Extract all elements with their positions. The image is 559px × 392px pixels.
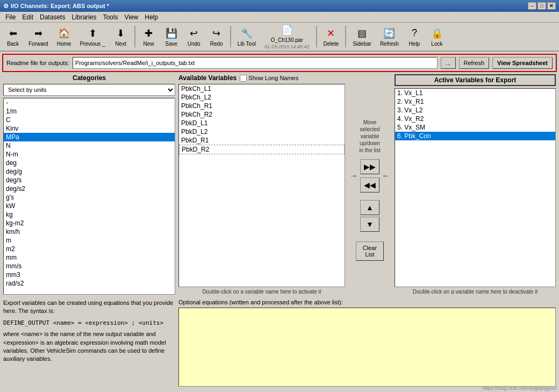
list-item[interactable]: PbkCh_L1 bbox=[179, 84, 345, 93]
menu-datasets[interactable]: Datasets bbox=[37, 12, 68, 22]
separator-2 bbox=[230, 26, 231, 47]
bottom-left-text: Export variables can be created using eq… bbox=[3, 299, 175, 387]
new-icon: ✚ bbox=[142, 27, 155, 40]
clear-list-button[interactable]: Clear List bbox=[356, 241, 384, 261]
select-by-units-dropdown[interactable]: Select by units bbox=[3, 84, 175, 96]
list-item[interactable]: rad/s2 bbox=[4, 279, 175, 288]
show-long-names-label[interactable]: Show Long Names bbox=[240, 75, 298, 82]
list-item[interactable]: C bbox=[4, 116, 175, 124]
menu-libraries[interactable]: Libraries bbox=[68, 12, 99, 22]
save-button[interactable]: 💾 Save bbox=[161, 24, 182, 49]
menu-help[interactable]: Help bbox=[141, 12, 161, 22]
move-left-button[interactable]: ◀◀ bbox=[360, 177, 379, 193]
available-variables-list[interactable]: PbkCh_L1 PbkCh_L2 PbkCh_R1 PbkCh_R2 PbkD… bbox=[178, 84, 345, 287]
list-item[interactable]: kW bbox=[4, 202, 175, 210]
list-item[interactable]: - bbox=[4, 98, 175, 107]
view-spreadsheet-button[interactable]: View Spreadsheet bbox=[492, 57, 553, 69]
minimize-button[interactable]: ─ bbox=[528, 2, 536, 10]
list-item-selected-dashed[interactable]: PbkD_R2 bbox=[179, 145, 345, 154]
active-list-item-selected[interactable]: 6. Pbk_Con bbox=[395, 132, 555, 140]
categories-list[interactable]: - 1/m C Kinv MPa N N-m deg deg/g deg/s d… bbox=[3, 98, 175, 295]
active-variables-hint: Double-click on a variable name here to … bbox=[395, 289, 556, 295]
move-label: Moveselectedvariableup/downin the list bbox=[359, 119, 380, 154]
equations-textarea[interactable] bbox=[178, 308, 556, 387]
active-list-item[interactable]: 2. Vx_R1 bbox=[395, 97, 555, 106]
readme-path-input[interactable] bbox=[73, 57, 438, 69]
list-item[interactable]: PbkD_R1 bbox=[179, 136, 345, 145]
categories-column: Categories Select by units - 1/m C Kinv … bbox=[3, 74, 175, 295]
move-right-button[interactable]: ▶▶ bbox=[360, 159, 379, 174]
home-icon: 🏠 bbox=[58, 27, 70, 40]
available-variables-header: Available Variables bbox=[178, 74, 236, 82]
list-item[interactable]: PbkD_L2 bbox=[179, 127, 345, 136]
move-up-button[interactable]: ▲ bbox=[360, 200, 379, 215]
home-button[interactable]: 🏠 Home bbox=[53, 24, 75, 49]
list-item[interactable]: PbkCh_L2 bbox=[179, 93, 345, 102]
refresh-button[interactable]: 🔄 Refresh bbox=[376, 24, 403, 49]
maximize-button[interactable]: □ bbox=[538, 2, 546, 10]
list-item[interactable]: MPa bbox=[4, 133, 175, 141]
list-item[interactable]: mm/s bbox=[4, 262, 175, 270]
list-item[interactable]: mm3 bbox=[4, 270, 175, 279]
help-button[interactable]: ? Help bbox=[404, 24, 425, 49]
move-down-button[interactable]: ▼ bbox=[360, 217, 379, 232]
parsfile-button[interactable]: 📄 O_Ch130.par 01-23-2010 14:45:42 bbox=[261, 24, 313, 49]
active-list-item[interactable]: 5. Vx_SM bbox=[395, 123, 555, 132]
list-item[interactable]: PbkCh_R2 bbox=[179, 110, 345, 119]
redo-icon: ↪ bbox=[210, 27, 223, 40]
red-arrow-left-indicator: ← bbox=[382, 171, 390, 181]
list-item[interactable]: km/h bbox=[4, 227, 175, 236]
list-item[interactable]: m bbox=[4, 236, 175, 245]
menu-tools[interactable]: Tools bbox=[99, 12, 121, 22]
forward-button[interactable]: ➡ Forward bbox=[25, 24, 52, 49]
active-list-item[interactable]: 3. Vx_L2 bbox=[395, 106, 555, 115]
menu-view[interactable]: View bbox=[121, 12, 141, 22]
list-item[interactable]: kg-m2 bbox=[4, 219, 175, 227]
close-button[interactable]: ✕ bbox=[547, 2, 556, 10]
menu-edit[interactable]: Edit bbox=[19, 12, 37, 22]
equations-label: Optional equations (written and processe… bbox=[178, 299, 556, 305]
list-item[interactable]: deg bbox=[4, 159, 175, 167]
list-item[interactable]: m2 bbox=[4, 245, 175, 253]
separator-4 bbox=[345, 26, 346, 47]
list-item[interactable]: g's bbox=[4, 193, 175, 202]
list-item[interactable]: kg bbox=[4, 210, 175, 219]
active-variables-column: Active Variables for Export 1. Vx_L1 2. … bbox=[395, 74, 556, 295]
show-long-names-checkbox[interactable] bbox=[240, 75, 247, 82]
list-item[interactable]: PbkCh_R1 bbox=[179, 102, 345, 110]
available-variables-column: Available Variables Show Long Names PbkC… bbox=[178, 74, 345, 295]
readme-refresh-button[interactable]: Refresh bbox=[459, 57, 490, 69]
list-item[interactable]: PbkD_L1 bbox=[179, 119, 345, 127]
next-button[interactable]: ⬇ Next bbox=[110, 24, 132, 49]
export-explanation: where <name> is the name of the new outp… bbox=[3, 330, 175, 364]
list-item[interactable]: N bbox=[4, 141, 175, 150]
browse-button[interactable]: ... bbox=[441, 57, 455, 69]
list-item[interactable]: deg/s bbox=[4, 176, 175, 184]
menu-file[interactable]: File bbox=[2, 12, 19, 22]
redo-button[interactable]: ↪ Redo bbox=[206, 24, 227, 49]
list-item[interactable]: deg/g bbox=[4, 167, 175, 176]
lib-tool-icon: 🔧 bbox=[240, 27, 253, 40]
list-item[interactable]: Kinv bbox=[4, 124, 175, 133]
sidebar-button[interactable]: ▤ Sidebar bbox=[349, 24, 375, 49]
undo-button[interactable]: ↩ Undo bbox=[183, 24, 205, 49]
toolbar: ⬅ Back ➡ Forward 🏠 Home ⬆ Previous _ ⬇ N… bbox=[0, 23, 559, 52]
list-item[interactable]: deg/s2 bbox=[4, 184, 175, 193]
back-button[interactable]: ⬅ Back bbox=[2, 24, 24, 49]
previous-button[interactable]: ⬆ Previous _ bbox=[76, 24, 109, 49]
delete-icon: ✕ bbox=[325, 27, 338, 40]
available-variables-header-row: Available Variables Show Long Names bbox=[178, 74, 345, 82]
new-button[interactable]: ✚ New bbox=[138, 24, 160, 49]
app-icon: ⚙ bbox=[3, 3, 9, 10]
lock-button[interactable]: 🔒 Lock bbox=[426, 24, 448, 49]
next-icon: ⬇ bbox=[114, 27, 127, 40]
list-item[interactable]: mm bbox=[4, 253, 175, 262]
active-variables-list[interactable]: 1. Vx_L1 2. Vx_R1 3. Vx_L2 4. Vx_R2 5. V… bbox=[395, 88, 556, 287]
active-list-item[interactable]: 4. Vx_R2 bbox=[395, 115, 555, 123]
list-item[interactable]: 1/m bbox=[4, 107, 175, 116]
delete-button[interactable]: ✕ Delete bbox=[320, 24, 343, 49]
active-list-item[interactable]: 1. Vx_L1 bbox=[395, 89, 555, 97]
sidebar-icon: ▤ bbox=[356, 27, 369, 40]
list-item[interactable]: N-m bbox=[4, 150, 175, 159]
lib-tool-button[interactable]: 🔧 Lib Tool bbox=[234, 24, 260, 49]
